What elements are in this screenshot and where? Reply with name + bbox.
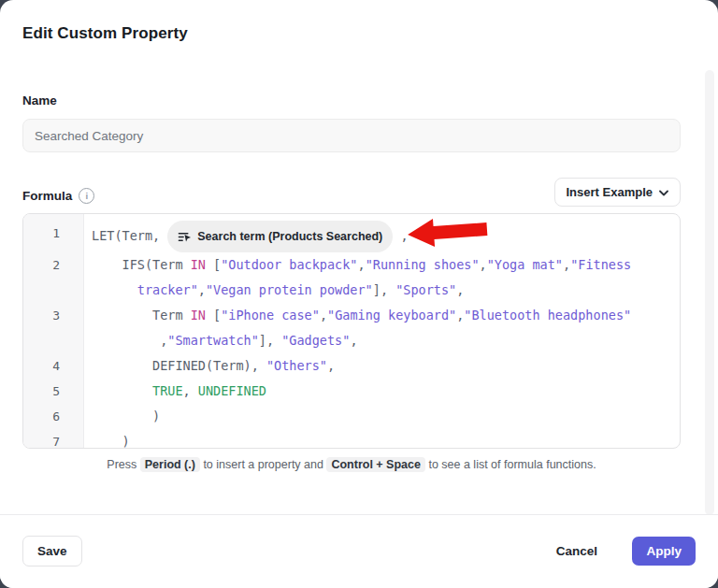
code-content: LET(Term, Search term (Products Searched… bbox=[83, 221, 409, 252]
insert-example-button[interactable]: Insert Example bbox=[554, 178, 682, 207]
formula-editor[interactable]: 1LET(Term, Search term (Products Searche… bbox=[22, 213, 681, 449]
code-line: 3 Term IN ["iPhone case","Gaming keyboar… bbox=[23, 303, 680, 353]
line-number: 1 bbox=[23, 221, 83, 246]
editor-hint: Press Period (.) to insert a property an… bbox=[22, 458, 681, 471]
code-content: ) bbox=[83, 429, 130, 449]
code-segment: IFS(Term bbox=[92, 257, 191, 272]
code-segment: , bbox=[183, 383, 198, 398]
code-segment: ], bbox=[259, 333, 281, 348]
code-segment: TRUE bbox=[152, 383, 183, 398]
name-label: Name bbox=[22, 93, 57, 108]
code-segment: "Yoga mat" bbox=[487, 257, 563, 272]
code-segment: , bbox=[393, 228, 408, 243]
scrollbar[interactable] bbox=[705, 70, 714, 515]
edit-custom-property-modal: Edit Custom Property Name Formula i Inse… bbox=[0, 0, 718, 588]
line-number: 3 bbox=[23, 303, 83, 328]
code-segment: , bbox=[320, 308, 327, 323]
code-segment: ], bbox=[373, 282, 395, 297]
code-segment: LET(Term, bbox=[92, 228, 167, 243]
line-number: 7 bbox=[23, 429, 83, 449]
code-segment: [ bbox=[206, 308, 221, 323]
code-segment bbox=[92, 383, 152, 398]
property-token-icon bbox=[178, 230, 192, 244]
code-segment: , bbox=[92, 333, 167, 348]
formula-label: Formula bbox=[22, 189, 72, 203]
save-button[interactable]: Save bbox=[22, 536, 82, 566]
code-content: IFS(Term IN ["Outdoor backpack","Running… bbox=[83, 252, 631, 303]
code-segment: , bbox=[350, 333, 357, 348]
insert-example-label: Insert Example bbox=[567, 185, 653, 199]
code-segment: "Outdoor backpack" bbox=[221, 257, 357, 272]
code-content: TRUE, UNDEFINED bbox=[83, 379, 266, 404]
code-segment: "Bluetooth headphones" bbox=[464, 308, 631, 323]
code-segment: DEFINED(Term), bbox=[92, 358, 266, 373]
hint-text: to see a list of formula functions. bbox=[425, 458, 596, 471]
modal-footer: Save Cancel Apply bbox=[0, 514, 718, 588]
line-number: 4 bbox=[23, 353, 83, 379]
code-segment: IN bbox=[191, 257, 206, 272]
property-token[interactable]: Search term (Products Searched) bbox=[167, 221, 393, 252]
kbd-control-space: Control + Space bbox=[326, 457, 425, 472]
code-segment: "Gaming keyboard" bbox=[327, 308, 456, 323]
code-line: 2 IFS(Term IN ["Outdoor backpack","Runni… bbox=[23, 252, 680, 303]
code-segment: ) bbox=[92, 409, 160, 423]
formula-header-row: Formula i Insert Example bbox=[22, 178, 681, 208]
code-line: 6 ) bbox=[23, 404, 680, 429]
code-segment: , bbox=[563, 257, 570, 272]
code-segment: "Others" bbox=[266, 358, 327, 373]
page-title: Edit Custom Property bbox=[22, 24, 188, 43]
code-segment: Term bbox=[92, 308, 191, 323]
code-segment: , bbox=[198, 282, 206, 297]
line-number: 6 bbox=[23, 404, 83, 429]
cancel-button[interactable]: Cancel bbox=[553, 536, 601, 566]
code-segment: , bbox=[456, 282, 464, 297]
code-content: Term IN ["iPhone case","Gaming keyboard"… bbox=[83, 303, 631, 353]
hint-text: to insert a property and bbox=[200, 458, 327, 471]
code-segment: ) bbox=[92, 434, 130, 449]
code-segment: IN bbox=[191, 308, 206, 323]
code-segment: [ bbox=[206, 257, 221, 272]
code-line: 5 TRUE, UNDEFINED bbox=[23, 379, 680, 404]
code-segment: , bbox=[480, 257, 487, 272]
code-segment: , bbox=[327, 358, 335, 373]
line-number: 5 bbox=[23, 379, 83, 404]
info-icon[interactable]: i bbox=[79, 188, 94, 204]
code-content: ) bbox=[83, 404, 160, 429]
code-line: 1LET(Term, Search term (Products Searche… bbox=[23, 221, 680, 252]
code-content: DEFINED(Term), "Others", bbox=[83, 353, 335, 379]
code-segment: "Vegan protein powder" bbox=[206, 282, 373, 297]
property-token-label: Search term (Products Searched) bbox=[197, 223, 382, 250]
code-segment: "Smartwatch" bbox=[167, 333, 259, 348]
code-segment: "Sports" bbox=[395, 282, 456, 297]
code-segment: "Gadgets" bbox=[281, 333, 350, 348]
code-segment: , bbox=[358, 257, 366, 272]
line-number: 2 bbox=[23, 252, 83, 278]
kbd-period: Period (.) bbox=[140, 457, 200, 472]
code-line: 7 ) bbox=[23, 429, 680, 449]
hint-text: Press bbox=[107, 458, 139, 471]
code-segment: "Running shoes" bbox=[366, 257, 480, 272]
code-lines: 1LET(Term, Search term (Products Searche… bbox=[23, 214, 680, 449]
code-segment: UNDEFINED bbox=[198, 383, 266, 398]
apply-button[interactable]: Apply bbox=[632, 537, 696, 566]
chevron-down-icon bbox=[659, 185, 668, 199]
code-line: 4 DEFINED(Term), "Others", bbox=[23, 353, 680, 379]
code-segment: "iPhone case" bbox=[221, 308, 320, 323]
name-input[interactable] bbox=[22, 119, 681, 152]
